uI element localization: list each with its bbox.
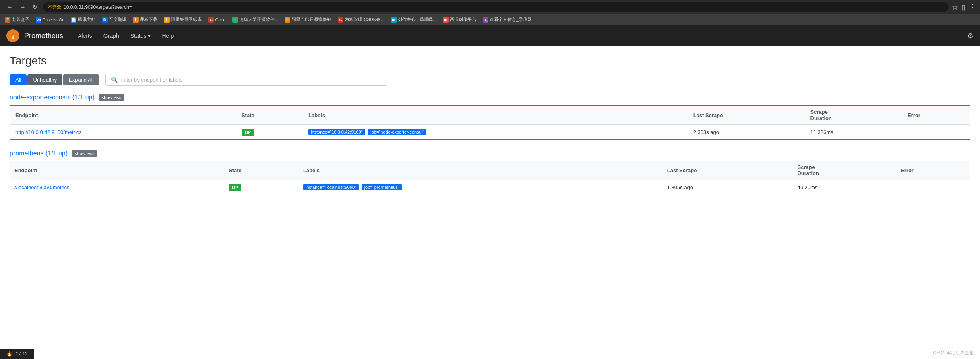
search-icon: 🔍 bbox=[111, 76, 118, 83]
app-title: Prometheus bbox=[24, 32, 63, 40]
bookmark-dianying-icon: 📦 bbox=[5, 17, 10, 23]
label-badge-job-prom: job="prometheus" bbox=[362, 184, 402, 190]
forward-button[interactable]: → bbox=[17, 2, 28, 12]
browser-chrome: ← → ↻ 不安全 10.0.0.31:9090/targets?search=… bbox=[0, 0, 980, 25]
cell-scrape-duration: 4.620ms bbox=[792, 180, 896, 195]
bookmark-iconfont[interactable]: ⬇ 阿里矢量图标库 bbox=[162, 16, 203, 23]
cell-labels: instance="localhost:9090" job="prometheu… bbox=[298, 180, 662, 195]
extensions-icon[interactable]: ▯ bbox=[961, 3, 966, 12]
cell-state: UP bbox=[237, 125, 304, 140]
bookmark-bilibili-icon: ▶ bbox=[391, 17, 397, 23]
browser-nav-buttons: ← → ↻ bbox=[4, 2, 40, 12]
search-input[interactable] bbox=[121, 77, 382, 83]
nav-help[interactable]: Help bbox=[157, 30, 178, 41]
col-last-scrape: Last Scrape bbox=[662, 161, 793, 180]
col-labels: Labels bbox=[304, 106, 688, 125]
menu-icon[interactable]: ⋮ bbox=[969, 3, 976, 12]
show-less-button-prometheus[interactable]: show less bbox=[72, 150, 97, 157]
label-badge-instance-prom: instance="localhost:9090" bbox=[303, 184, 359, 190]
bookmark-csdn-icon: C bbox=[338, 17, 343, 23]
bookmark-tencent-doc[interactable]: 📄 腾讯文档 bbox=[69, 16, 97, 23]
bookmark-dianying[interactable]: 📦 电影盒子 bbox=[3, 16, 31, 23]
bookmark-bilibili[interactable]: ▶ 创作中心 - 哔哩哔... bbox=[389, 16, 438, 23]
bookmark-tsinghua[interactable]: 🐦 清华大学开源软件... bbox=[231, 16, 280, 23]
group-header-prometheus: prometheus (1/1 up) show less bbox=[10, 150, 970, 157]
col-last-scrape: Last Scrape bbox=[688, 106, 806, 125]
table-wrapper-highlighted: Endpoint State Labels Last Scrape Scrape… bbox=[10, 105, 970, 140]
col-scrape-duration: ScrapeDuration bbox=[806, 106, 903, 125]
bookmark-gitee-icon: G bbox=[208, 17, 214, 23]
cell-state: UP bbox=[224, 180, 298, 195]
table-header-row: Endpoint State Labels Last Scrape Scrape… bbox=[10, 161, 970, 180]
cell-last-scrape: 1.805s ago bbox=[662, 180, 793, 195]
nav-alerts[interactable]: Alerts bbox=[73, 30, 97, 41]
cell-scrape-duration: 11.386ms bbox=[806, 125, 903, 140]
bookmark-xuexin-icon: 🔪 bbox=[483, 17, 488, 23]
settings-icon[interactable]: ⚙ bbox=[967, 31, 974, 40]
col-state: State bbox=[224, 161, 298, 180]
bookmark-xigua-icon: ▶ bbox=[443, 17, 449, 23]
bookmark-aliyun-icon: 🟠 bbox=[285, 17, 290, 23]
bookmark-xuexin[interactable]: 🔪 查看个人信息_学信网 bbox=[481, 16, 533, 23]
group-title-prometheus[interactable]: prometheus (1/1 up) bbox=[10, 150, 68, 157]
all-button[interactable]: All bbox=[10, 74, 27, 85]
col-error: Error bbox=[903, 106, 970, 125]
group-prometheus: prometheus (1/1 up) show less Endpoint S… bbox=[10, 150, 970, 194]
bookmark-baidu-translate[interactable]: 百 百度翻译 bbox=[100, 16, 128, 23]
targets-table-prometheus: Endpoint State Labels Last Scrape Scrape… bbox=[10, 161, 970, 194]
bookmark-star-icon[interactable]: ☆ bbox=[952, 3, 958, 12]
unhealthy-button[interactable]: Unhealthy bbox=[27, 74, 62, 85]
bookmark-iconfont-icon: ⬇ bbox=[164, 17, 170, 23]
col-labels: Labels bbox=[298, 161, 662, 180]
col-error: Error bbox=[896, 161, 970, 180]
bookmark-kecheng[interactable]: ⬇ 课程下载 bbox=[131, 16, 159, 23]
col-endpoint: Endpoint bbox=[10, 161, 224, 180]
endpoint-link-prometheus[interactable]: //localhost:9090/metrics bbox=[14, 184, 70, 190]
bookmark-aliyun-mirror[interactable]: 🟠 阿里巴巴开源镜像站 bbox=[283, 16, 333, 23]
group-header-node-exporter: node-exporter-consul (1/1 up) show less bbox=[10, 94, 970, 101]
bookmark-baidu-icon: 百 bbox=[102, 17, 108, 23]
refresh-button[interactable]: ↻ bbox=[30, 2, 40, 12]
browser-toolbar: ← → ↻ 不安全 10.0.0.31:9090/targets?search=… bbox=[0, 0, 980, 14]
col-state: State bbox=[237, 106, 304, 125]
cell-labels: instance="10.0.0.42:9100" job="node-expo… bbox=[304, 125, 688, 140]
endpoint-link-node-exporter[interactable]: http://10.0.0.42:9100/metrics bbox=[15, 129, 82, 135]
col-endpoint: Endpoint bbox=[10, 106, 237, 125]
app-nav: Alerts Graph Status ▾ Help bbox=[73, 30, 178, 41]
bookmark-xigua[interactable]: ▶ 西瓜创作平台 bbox=[441, 16, 478, 23]
nav-status[interactable]: Status ▾ bbox=[126, 30, 156, 41]
app-navbar: 🔥 Prometheus Alerts Graph Status ▾ Help … bbox=[0, 25, 980, 46]
bookmark-gitee[interactable]: G Gitee bbox=[207, 16, 227, 23]
security-warning: 不安全 bbox=[48, 4, 61, 10]
cell-last-scrape: 2.303s ago bbox=[688, 125, 806, 140]
bookmark-csdn[interactable]: C 内容管理-CSDN创... bbox=[336, 16, 386, 23]
bookmark-tencent-doc-icon: 📄 bbox=[71, 17, 76, 23]
state-badge-up: UP bbox=[229, 184, 241, 191]
table-row: http://10.0.0.42:9100/metrics UP instanc… bbox=[10, 125, 970, 140]
browser-address-bar[interactable]: 不安全 10.0.0.31:9090/targets?search= bbox=[43, 2, 949, 12]
bookmark-processon[interactable]: On ProcessOn bbox=[34, 16, 66, 23]
cell-endpoint: http://10.0.0.42:9100/metrics bbox=[10, 125, 237, 140]
expand-all-button[interactable]: Expand All bbox=[63, 74, 99, 85]
table-row: //localhost:9090/metrics UP instance="lo… bbox=[10, 180, 970, 195]
nav-graph[interactable]: Graph bbox=[99, 30, 124, 41]
col-scrape-duration: ScrapeDuration bbox=[792, 161, 896, 180]
group-node-exporter-consul: node-exporter-consul (1/1 up) show less … bbox=[10, 94, 970, 140]
cell-error bbox=[903, 125, 970, 140]
bookmark-tsinghua-icon: 🐦 bbox=[232, 17, 238, 23]
show-less-button-node-exporter[interactable]: show less bbox=[99, 94, 124, 101]
group-title-node-exporter[interactable]: node-exporter-consul (1/1 up) bbox=[10, 94, 95, 101]
app-logo: 🔥 bbox=[6, 29, 19, 42]
table-header-row: Endpoint State Labels Last Scrape Scrape… bbox=[10, 106, 970, 125]
bookmark-kecheng-icon: ⬇ bbox=[133, 17, 139, 23]
state-badge-up: UP bbox=[242, 129, 254, 136]
targets-table-node-exporter: Endpoint State Labels Last Scrape Scrape… bbox=[10, 106, 970, 139]
browser-bookmarks-bar: 📦 电影盒子 On ProcessOn 📄 腾讯文档 百 百度翻译 ⬇ 课程下载… bbox=[0, 14, 980, 25]
address-text: 10.0.0.31:9090/targets?search= bbox=[64, 4, 944, 10]
cell-endpoint: //localhost:9090/metrics bbox=[10, 180, 224, 195]
back-button[interactable]: ← bbox=[4, 2, 15, 12]
label-badge-instance: instance="10.0.0.42:9100" bbox=[308, 129, 365, 135]
bookmark-processon-icon: On bbox=[36, 17, 41, 23]
label-badge-job: job="node-exporter-consul" bbox=[368, 129, 426, 135]
filter-buttons: All Unhealthy Expand All bbox=[10, 74, 99, 85]
